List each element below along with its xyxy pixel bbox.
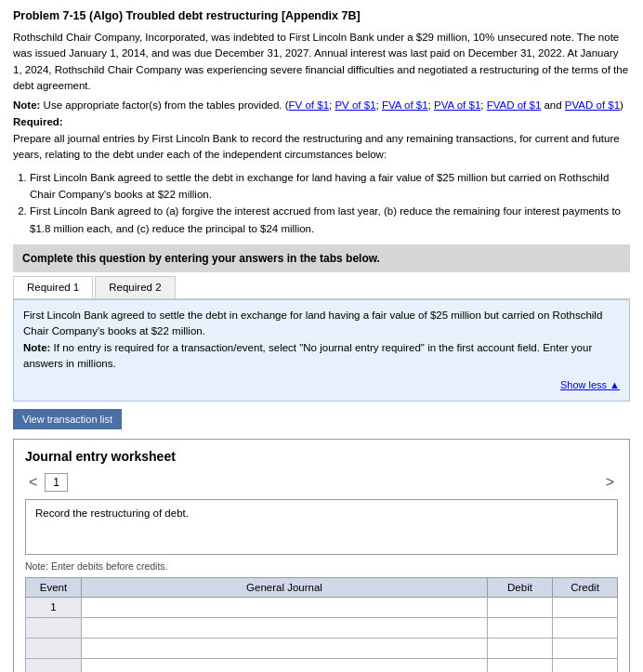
tabs-row: Required 1 Required 2 (13, 272, 630, 299)
credit-input-1[interactable] (557, 601, 613, 613)
event-cell-2 (26, 617, 82, 638)
worksheet-title: Journal entry worksheet (25, 449, 618, 464)
table-row: 1 (26, 597, 618, 617)
general-journal-cell-3[interactable] (82, 638, 488, 658)
pva-link[interactable]: PVA of $1 (434, 99, 480, 111)
journal-table: Event General Journal Debit Credit 1 (25, 577, 618, 672)
prev-arrow[interactable]: < (25, 474, 41, 491)
credit-cell-3[interactable] (553, 638, 618, 658)
tab-required-1[interactable]: Required 1 (13, 276, 93, 298)
problem-title: Problem 7-15 (Algo) Troubled debt restru… (13, 9, 630, 22)
note-debits: Note: Enter debits before credits. (25, 560, 618, 572)
general-journal-input-1[interactable] (85, 601, 483, 613)
general-journal-input-2[interactable] (85, 622, 483, 633)
condition-2: First Lincoln Bank agreed to (a) forgive… (30, 203, 630, 237)
table-row (26, 638, 618, 658)
condition-1: First Lincoln Bank agreed to settle the … (30, 169, 630, 204)
debit-cell-3[interactable] (488, 638, 553, 658)
pv-link[interactable]: PV of $1 (335, 99, 375, 111)
general-journal-cell-4[interactable] (82, 658, 488, 672)
conditions-list: First Lincoln Bank agreed to settle the … (30, 169, 630, 238)
credit-input-4[interactable] (557, 663, 613, 672)
required-label: Required: (13, 116, 630, 127)
debit-cell-1[interactable] (488, 597, 553, 617)
debit-cell-2[interactable] (488, 617, 553, 638)
event-cell-4 (26, 658, 82, 672)
fvad-link[interactable]: FVAD of $1 (487, 99, 542, 111)
tab-required-2[interactable]: Required 2 (95, 276, 175, 298)
col-general-journal: General Journal (82, 577, 488, 597)
credit-cell-2[interactable] (553, 617, 618, 638)
worksheet-container: Journal entry worksheet < 1 > Record the… (13, 439, 630, 672)
pvad-link[interactable]: PVAD of $1 (565, 99, 620, 111)
credit-input-2[interactable] (557, 622, 613, 633)
fva-link[interactable]: FVA of $1 (382, 99, 428, 111)
problem-text: Rothschild Chair Company, Incorporated, … (13, 30, 630, 94)
show-less-link[interactable]: Show less ▲ (23, 377, 620, 393)
table-row (26, 617, 618, 638)
col-event: Event (26, 577, 82, 597)
event-cell-3 (26, 638, 82, 658)
general-journal-input-3[interactable] (85, 642, 483, 653)
page-box: 1 (45, 473, 68, 492)
complete-bar: Complete this question by entering your … (13, 244, 630, 272)
general-journal-input-4[interactable] (85, 663, 483, 672)
debit-cell-4[interactable] (488, 658, 553, 672)
record-label-box: Record the restructuring of debt. (25, 499, 618, 555)
debit-input-3[interactable] (492, 642, 548, 653)
credit-cell-4[interactable] (553, 658, 618, 672)
debit-input-2[interactable] (492, 622, 548, 633)
view-transaction-btn[interactable]: View transaction list (13, 409, 122, 429)
nav-left: < 1 (25, 473, 68, 492)
event-cell-1: 1 (26, 597, 82, 617)
col-credit: Credit (553, 577, 618, 597)
fv-link[interactable]: FV of $1 (289, 99, 329, 111)
table-row (26, 658, 618, 672)
info-box: First Lincoln Bank agreed to settle the … (13, 299, 630, 402)
credit-cell-1[interactable] (553, 597, 618, 617)
col-debit: Debit (488, 577, 553, 597)
debit-input-4[interactable] (492, 663, 548, 672)
note-line: Note: Use appropriate factor(s) from the… (13, 99, 630, 111)
credit-input-3[interactable] (557, 642, 613, 653)
nav-row: < 1 > (25, 473, 618, 492)
general-journal-cell-1[interactable] (82, 597, 488, 617)
info-box-text: First Lincoln Bank agreed to settle the … (23, 310, 602, 369)
required-text: Prepare all journal entries by First Lin… (13, 131, 630, 164)
next-arrow[interactable]: > (602, 474, 618, 491)
debit-input-1[interactable] (492, 601, 548, 613)
general-journal-cell-2[interactable] (82, 617, 488, 638)
